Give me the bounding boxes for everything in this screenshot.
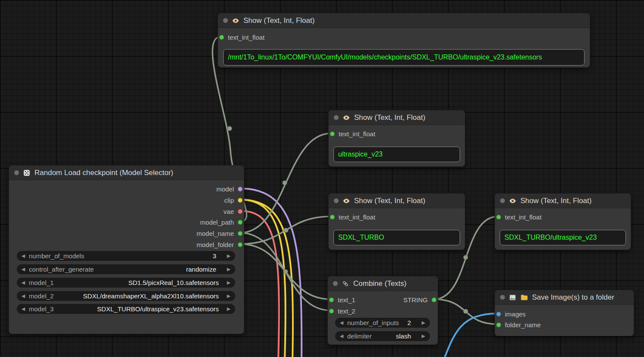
input-slot-dot[interactable]: [496, 312, 501, 316]
text-display[interactable]: /mnt/1To_linux/1To/COMFYUI/ComfyUI/model…: [223, 49, 585, 66]
widget-number-of-inputs[interactable]: ◀ number_of_inputs 2 ▶: [335, 318, 430, 328]
node-title-bar[interactable]: Show (Text, Int, Float): [329, 194, 465, 208]
picture-icon: [509, 294, 516, 301]
output-slot-dot[interactable]: [238, 209, 243, 214]
widget-number-of-models[interactable]: ◀ number_of_models 3 ▶: [17, 251, 235, 261]
decrement-arrow-icon[interactable]: ◀: [338, 320, 345, 326]
dice-icon: [23, 169, 31, 177]
increment-arrow-icon[interactable]: ▶: [420, 320, 427, 326]
output-slot-dot[interactable]: [238, 231, 243, 236]
node-show-model-name[interactable]: Show (Text, Int, Float) text_int_float u…: [328, 110, 465, 167]
output-slot-dot[interactable]: [238, 198, 243, 203]
text-display[interactable]: ultraspice_v23: [333, 147, 460, 162]
node-combine-texts[interactable]: Combine (Texts) text_1 text_2 STRING ◀ n…: [327, 276, 438, 345]
input-slot-text-int-float: text_int_float: [330, 130, 375, 137]
increment-arrow-icon[interactable]: ▶: [225, 280, 233, 285]
input-slot-dot[interactable]: [496, 323, 501, 327]
decrement-arrow-icon[interactable]: ◀: [19, 280, 27, 285]
collapse-dot-icon[interactable]: [333, 281, 338, 286]
input-slot-dot[interactable]: [330, 215, 335, 219]
eye-icon: [232, 17, 240, 25]
widget-model-3[interactable]: ◀ model_3 SDXL_TURBO/ultraspice_v23.safe…: [17, 304, 235, 314]
input-slot-label: folder_name: [505, 321, 541, 329]
input-slot-text-int-float: text_int_float: [219, 34, 264, 41]
input-slot-label: text_int_float: [505, 213, 541, 221]
output-slot-dot[interactable]: [238, 242, 243, 247]
collapse-dot-icon[interactable]: [334, 115, 339, 120]
output-slot-model-name: model_name: [196, 230, 243, 237]
node-title-bar[interactable]: Show (Text, Int, Float): [218, 13, 590, 28]
input-slot-text-int-float: text_int_float: [496, 213, 541, 220]
text-display[interactable]: SDXL_TURBO: [333, 230, 460, 245]
input-slot-dot[interactable]: [496, 215, 501, 219]
node-title: Show (Text, Int, Float): [354, 113, 425, 122]
output-slot-model: model: [216, 185, 243, 192]
output-slot-clip: clip: [224, 197, 243, 204]
node-title: Show (Text, Int, Float): [243, 16, 314, 25]
collapse-dot-icon[interactable]: [334, 198, 339, 203]
collapse-dot-icon[interactable]: [14, 170, 19, 175]
input-slot-label: images: [505, 310, 526, 318]
text-display[interactable]: SDXL_TURBO/ultraspice_v23: [500, 230, 626, 245]
collapse-dot-icon[interactable]: [223, 18, 228, 23]
widget-control-after-generate[interactable]: ◀ control_after_generate randomize ▶: [17, 264, 235, 274]
widget-label: number_of_inputs: [347, 319, 399, 326]
folder-icon: [520, 294, 528, 301]
output-slot-dot[interactable]: [432, 298, 436, 302]
collapse-dot-icon[interactable]: [500, 198, 505, 203]
input-slot-dot[interactable]: [329, 298, 334, 302]
link-midpoint-dot: [227, 126, 232, 131]
eye-icon: [509, 197, 516, 205]
node-show-model-path[interactable]: Show (Text, Int, Float) text_int_float /…: [218, 13, 590, 68]
input-slot-text-2: text_2: [329, 307, 355, 314]
decrement-arrow-icon[interactable]: ◀: [19, 306, 27, 312]
widget-model-1[interactable]: ◀ model_1 SD1.5/picxReal_10.safetensors …: [17, 278, 235, 288]
output-slot-dot[interactable]: [238, 220, 243, 225]
node-title-bar[interactable]: Combine (Texts): [328, 276, 438, 291]
link-midpoint-dot: [464, 255, 468, 260]
input-slot-label: text_int_float: [339, 213, 375, 221]
input-slot-images: images: [496, 310, 526, 317]
decrement-arrow-icon[interactable]: ◀: [19, 266, 27, 272]
node-title-bar[interactable]: Show (Text, Int, Float): [495, 194, 631, 208]
widget-label: model_3: [29, 305, 54, 313]
node-title: Combine (Texts): [353, 279, 407, 288]
decrement-arrow-icon[interactable]: ◀: [338, 333, 345, 339]
input-slot-label: text_int_float: [339, 130, 375, 138]
node-title: Show (Text, Int, Float): [354, 197, 425, 205]
widget-value: SDXL/dreamshaperXL_alpha2Xl10.safetensor…: [83, 292, 219, 300]
input-slot-dot[interactable]: [330, 132, 335, 136]
input-slot-text-1: text_1: [329, 296, 355, 303]
input-slot-label: text_2: [338, 307, 355, 315]
increment-arrow-icon[interactable]: ▶: [225, 306, 233, 312]
increment-arrow-icon[interactable]: ▶: [420, 333, 427, 339]
widget-model-2[interactable]: ◀ model_2 SDXL/dreamshaperXL_alpha2Xl10.…: [17, 291, 235, 301]
node-show-model-folder[interactable]: Show (Text, Int, Float) text_int_float S…: [328, 193, 465, 250]
increment-arrow-icon[interactable]: ▶: [225, 253, 233, 259]
decrement-arrow-icon[interactable]: ◀: [19, 293, 27, 299]
decrement-arrow-icon[interactable]: ◀: [19, 253, 27, 259]
widget-label: model_1: [29, 279, 54, 286]
node-title-bar[interactable]: Random Load checkpoint (Model Selector): [9, 166, 244, 180]
node-show-combined-string[interactable]: Show (Text, Int, Float) text_int_float S…: [495, 193, 631, 250]
node-title: Random Load checkpoint (Model Selector): [34, 169, 173, 177]
output-slot-dot[interactable]: [238, 187, 243, 191]
output-slot-vae: vae: [224, 208, 243, 215]
eye-icon: [342, 114, 350, 122]
increment-arrow-icon[interactable]: ▶: [225, 266, 233, 272]
node-title-bar[interactable]: Show (Text, Int, Float): [329, 110, 465, 125]
node-save-images-to-folder[interactable]: Save Image(s) to a folder images folder_…: [495, 290, 634, 336]
node-graph-canvas[interactable]: Show (Text, Int, Float) text_int_float /…: [0, 0, 644, 357]
collapse-dot-icon[interactable]: [500, 295, 505, 300]
increment-arrow-icon[interactable]: ▶: [225, 293, 233, 299]
input-slot-dot[interactable]: [219, 35, 224, 40]
node-title-bar[interactable]: Save Image(s) to a folder: [495, 290, 634, 305]
input-slot-dot[interactable]: [329, 309, 334, 313]
widget-value: SD1.5/picxReal_10.safetensors: [128, 279, 219, 286]
input-slot-label: text_int_float: [228, 34, 264, 41]
widget-delimiter[interactable]: ◀ delimiter slash ▶: [335, 331, 430, 341]
output-slot-label: vae: [224, 208, 234, 215]
widget-label: control_after_generate: [29, 266, 94, 273]
node-random-load-checkpoint[interactable]: Random Load checkpoint (Model Selector) …: [9, 165, 244, 334]
widget-value: slash: [396, 332, 411, 340]
